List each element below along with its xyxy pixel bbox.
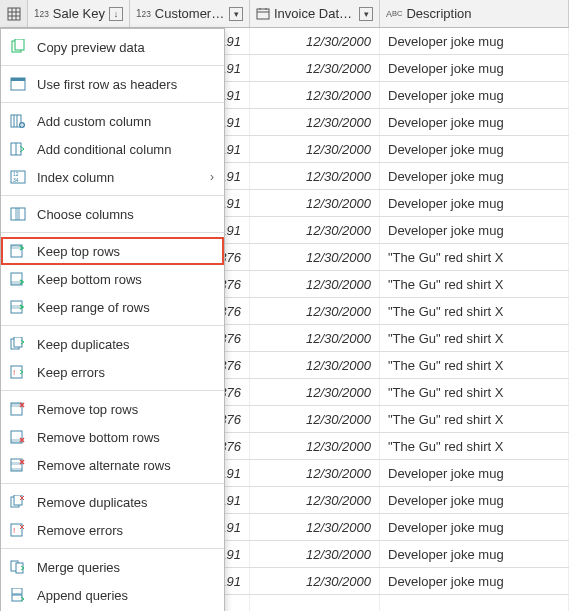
keep-range-icon — [9, 298, 27, 316]
menu-keep-duplicates[interactable]: Keep duplicates — [1, 330, 224, 358]
cell-description: Developer joke mug — [380, 190, 569, 216]
menu-separator — [1, 390, 224, 391]
menu-separator — [1, 483, 224, 484]
menu-index-column[interactable]: 1234 Index column › — [1, 163, 224, 191]
cell-description: "The Gu" red shirt X — [380, 379, 569, 405]
keep-top-icon — [9, 242, 27, 260]
filter-dropdown-icon[interactable]: ▾ — [359, 7, 373, 21]
cell-invoice-date: 12/30/2000 — [250, 541, 380, 567]
keep-bottom-icon — [9, 270, 27, 288]
cell-description — [380, 595, 569, 611]
cell-invoice-date: 12/30/2000 — [250, 325, 380, 351]
menu-copy-preview-data[interactable]: Copy preview data — [1, 33, 224, 61]
date-type-icon — [256, 8, 270, 20]
cell-invoice-date: 12/30/2000 — [250, 352, 380, 378]
cell-description: "The Gu" red shirt X — [380, 298, 569, 324]
cell-invoice-date: 12/30/2000 — [250, 379, 380, 405]
filter-dropdown-icon[interactable]: ▾ — [229, 7, 243, 21]
column-label: Customer Key — [155, 6, 225, 21]
cell-description: Developer joke mug — [380, 28, 569, 54]
column-header-customer-key[interactable]: 123 Customer Key ▾ — [130, 0, 250, 27]
cell-invoice-date: 12/30/2000 — [250, 487, 380, 513]
column-label: Invoice Date Key — [274, 6, 355, 21]
cell-invoice-date: 12/30/2000 — [250, 406, 380, 432]
merge-icon — [9, 558, 27, 576]
cell-invoice-date: 12/30/2000 — [250, 28, 380, 54]
cell-description: Developer joke mug — [380, 460, 569, 486]
column-header-row: 123 Sale Key ↓ 123 Customer Key ▾ Invoic… — [0, 0, 569, 28]
headers-icon — [9, 75, 27, 93]
menu-remove-bottom-rows[interactable]: Remove bottom rows — [1, 423, 224, 451]
menu-remove-alternate-rows[interactable]: Remove alternate rows — [1, 451, 224, 479]
column-header-sale-key[interactable]: 123 Sale Key ↓ — [28, 0, 130, 27]
cell-invoice-date: 12/30/2000 — [250, 244, 380, 270]
menu-separator — [1, 548, 224, 549]
cell-description: Developer joke mug — [380, 163, 569, 189]
column-header-description[interactable]: ABC Description — [380, 0, 569, 27]
menu-keep-range-of-rows[interactable]: Keep range of rows — [1, 293, 224, 321]
menu-remove-errors[interactable]: ! Remove errors — [1, 516, 224, 544]
cell-invoice-date: 12/30/2000 — [250, 298, 380, 324]
menu-add-custom-column[interactable]: Add custom column — [1, 107, 224, 135]
svg-rect-46 — [16, 563, 23, 573]
menu-separator — [1, 65, 224, 66]
menu-append-queries[interactable]: Append queries — [1, 581, 224, 609]
svg-rect-31 — [14, 337, 22, 347]
cell-description: Developer joke mug — [380, 568, 569, 594]
keep-duplicates-icon — [9, 335, 27, 353]
menu-merge-queries[interactable]: Merge queries — [1, 553, 224, 581]
cell-description: "The Gu" red shirt X — [380, 433, 569, 459]
menu-use-first-row-as-headers[interactable]: Use first row as headers — [1, 70, 224, 98]
cell-invoice-date: 12/30/2000 — [250, 460, 380, 486]
remove-duplicates-icon — [9, 493, 27, 511]
svg-text:!: ! — [13, 368, 15, 377]
svg-rect-40 — [11, 468, 22, 471]
table-corner-button[interactable] — [0, 0, 28, 27]
int-type-icon: 123 — [34, 8, 49, 19]
menu-keep-top-rows[interactable]: Keep top rows — [1, 237, 224, 265]
cell-description: Developer joke mug — [380, 82, 569, 108]
remove-errors-icon: ! — [9, 521, 27, 539]
text-type-icon: ABC — [386, 9, 402, 19]
cell-description: Developer joke mug — [380, 109, 569, 135]
menu-choose-columns[interactable]: Choose columns — [1, 200, 224, 228]
menu-remove-duplicates[interactable]: Remove duplicates — [1, 488, 224, 516]
cell-invoice-date: 12/30/2000 — [250, 514, 380, 540]
svg-rect-47 — [12, 588, 22, 594]
svg-rect-12 — [11, 78, 25, 81]
svg-rect-5 — [257, 9, 269, 19]
cell-invoice-date: 12/30/2000 — [250, 568, 380, 594]
cell-invoice-date: 12/30/2000 — [250, 271, 380, 297]
add-column-icon — [9, 112, 27, 130]
cell-description: Developer joke mug — [380, 487, 569, 513]
svg-rect-0 — [8, 8, 20, 20]
menu-separator — [1, 102, 224, 103]
menu-keep-bottom-rows[interactable]: Keep bottom rows — [1, 265, 224, 293]
cell-description: Developer joke mug — [380, 514, 569, 540]
remove-alternate-icon — [9, 456, 27, 474]
cell-invoice-date: 12/30/2000 — [250, 55, 380, 81]
int-type-icon: 123 — [136, 8, 151, 19]
append-icon — [9, 586, 27, 604]
cell-invoice-date: 12/30/2000 — [250, 82, 380, 108]
cell-description: "The Gu" red shirt X — [380, 325, 569, 351]
menu-remove-top-rows[interactable]: Remove top rows — [1, 395, 224, 423]
sort-asc-icon[interactable]: ↓ — [109, 7, 123, 21]
cell-invoice-date: 12/30/2000 — [250, 136, 380, 162]
menu-separator — [1, 195, 224, 196]
choose-columns-icon — [9, 205, 27, 223]
copy-icon — [9, 38, 27, 56]
keep-errors-icon: ! — [9, 363, 27, 381]
svg-rect-48 — [12, 595, 22, 601]
column-header-invoice-date-key[interactable]: Invoice Date Key ▾ — [250, 0, 380, 27]
cell-invoice-date: 12/30/2000 — [250, 190, 380, 216]
svg-rect-23 — [15, 208, 20, 220]
menu-add-conditional-column[interactable]: Add conditional column — [1, 135, 224, 163]
cell-description: "The Gu" red shirt X — [380, 244, 569, 270]
remove-bottom-icon — [9, 428, 27, 446]
cell-description: Developer joke mug — [380, 55, 569, 81]
menu-keep-errors[interactable]: ! Keep errors — [1, 358, 224, 386]
cell-description: "The Gu" red shirt X — [380, 406, 569, 432]
cell-description: "The Gu" red shirt X — [380, 352, 569, 378]
menu-separator — [1, 325, 224, 326]
